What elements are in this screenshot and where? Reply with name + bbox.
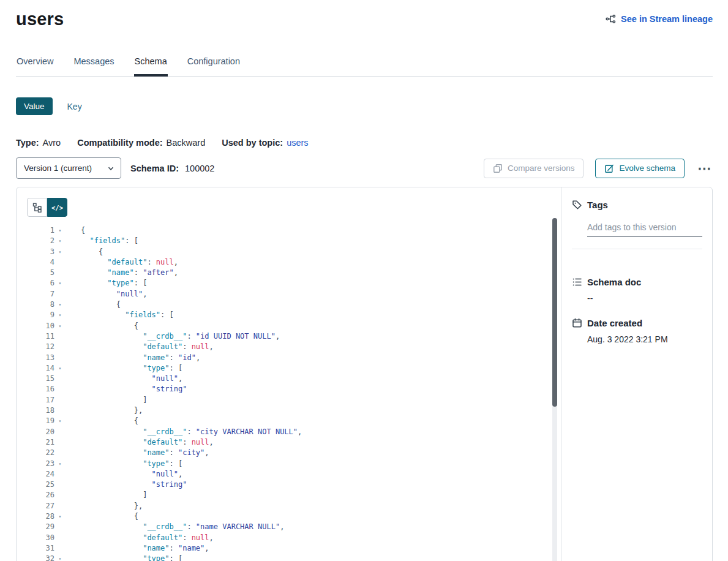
code-line: "type": [	[81, 459, 302, 469]
add-tags-input[interactable]	[587, 222, 702, 237]
gutter-line: 30	[27, 533, 66, 543]
code-line: "default": null,	[81, 437, 302, 448]
gutter-line: 3▾	[27, 247, 66, 257]
line-number: 32	[27, 554, 54, 561]
date-created-value: Aug. 3 2022 3:21 PM	[587, 334, 702, 344]
line-number: 5	[27, 268, 54, 278]
sidebar-divider	[572, 249, 702, 249]
fold-arrow-icon[interactable]: ▾	[54, 363, 66, 374]
line-number: 10	[27, 321, 54, 331]
version-select-value: Version 1 (current)	[24, 164, 92, 173]
date-created-title: Date created	[587, 318, 642, 328]
key-toggle-button[interactable]: Key	[67, 102, 82, 111]
tree-view-button[interactable]	[27, 198, 47, 217]
gutter-line: 28▾	[27, 511, 66, 522]
compare-versions-button[interactable]: Compare versions	[484, 159, 584, 178]
fold-arrow-icon[interactable]: ▾	[54, 299, 66, 310]
tab-schema[interactable]: Schema	[134, 56, 168, 77]
fold-arrow-icon[interactable]: ▾	[54, 459, 66, 469]
tab-overview[interactable]: Overview	[16, 56, 54, 77]
gutter-line: 27	[27, 501, 66, 511]
fold-arrow-icon[interactable]: ▾	[54, 416, 66, 426]
date-created-section: Date created	[572, 318, 702, 328]
fold-arrow-icon[interactable]: ▾	[54, 247, 66, 257]
calendar-icon	[572, 318, 582, 328]
tab-messages[interactable]: Messages	[73, 56, 114, 77]
code-line: ]	[81, 395, 302, 405]
gutter-line: 26	[27, 490, 66, 500]
fold-arrow-icon[interactable]: ▾	[54, 225, 66, 236]
line-number: 27	[27, 501, 54, 511]
schema-controls: Version 1 (current) Schema ID: 100002 Co…	[16, 157, 713, 179]
fold-arrow-icon[interactable]: ▾	[54, 554, 66, 561]
line-number: 4	[27, 257, 54, 268]
code-line: "type": [	[81, 554, 302, 561]
tab-configuration[interactable]: Configuration	[187, 56, 241, 77]
evolve-schema-icon	[604, 164, 614, 173]
line-number: 20	[27, 427, 54, 437]
code-line: "null",	[81, 289, 302, 299]
code-line: {	[81, 511, 302, 522]
fold-arrow-icon[interactable]: ▾	[54, 236, 66, 246]
ellipsis-icon: ⋯	[697, 160, 711, 176]
chevron-down-icon	[107, 164, 115, 173]
tags-title: Tags	[587, 200, 608, 210]
controls-actions: Compare versions Evolve schema ⋯	[484, 159, 713, 178]
line-number: 1	[27, 225, 54, 236]
code-view-button[interactable]: </>	[47, 198, 67, 217]
line-number: 13	[27, 353, 54, 363]
line-number: 19	[27, 416, 54, 426]
more-options-button[interactable]: ⋯	[696, 165, 713, 171]
code-line: "__crdb__": "id UUID NOT NULL",	[81, 331, 302, 342]
code-gutter: 1▾2▾3▾456▾78▾9▾10▾11121314▾1516171819▾20…	[27, 225, 66, 561]
line-number: 9	[27, 310, 54, 320]
compatibility-value: Backward	[167, 138, 206, 148]
fold-arrow-icon[interactable]: ▾	[54, 511, 66, 522]
code-line: "fields": [	[81, 236, 302, 246]
schema-doc-title: Schema doc	[587, 277, 641, 287]
schema-doc-value: --	[587, 293, 702, 303]
code-line: "null",	[81, 469, 302, 480]
compare-versions-label: Compare versions	[508, 164, 575, 173]
code-line: "__crdb__": "name VARCHAR NULL",	[81, 522, 302, 532]
version-select[interactable]: Version 1 (current)	[16, 157, 121, 179]
gutter-line: 16	[27, 384, 66, 394]
stream-lineage-link[interactable]: See in Stream lineage	[606, 14, 713, 24]
value-toggle-button[interactable]: Value	[16, 97, 53, 115]
meta-compatibility: Compatibility mode: Backward	[77, 138, 205, 148]
code-line: "string"	[81, 384, 302, 394]
schema-doc-section: Schema doc	[572, 277, 702, 287]
code-line: "null",	[81, 374, 302, 384]
gutter-line: 17	[27, 395, 66, 405]
code-line: "name": "after",	[81, 268, 302, 278]
fold-arrow-icon[interactable]: ▾	[54, 310, 66, 320]
code-line: "name": "city",	[81, 448, 302, 458]
fold-arrow-icon[interactable]: ▾	[54, 278, 66, 288]
gutter-line: 14▾	[27, 363, 66, 374]
schema-card: </> 1▾2▾3▾456▾78▾9▾10▾11121314▾151617181…	[16, 187, 713, 561]
code-line: "default": null,	[81, 257, 302, 268]
gutter-line: 23▾	[27, 459, 66, 469]
code-lines: { "fields": [ { "default": null, "name":…	[66, 225, 302, 561]
code-line: "default": null,	[81, 533, 302, 543]
value-key-toggle: Value Key	[16, 97, 713, 115]
compatibility-label: Compatibility mode:	[77, 138, 162, 148]
gutter-line: 18	[27, 405, 66, 416]
editor-scrollbar[interactable]	[552, 218, 557, 561]
code-line: },	[81, 501, 302, 511]
scrollbar-thumb[interactable]	[552, 218, 557, 407]
topic-link[interactable]: users	[287, 138, 308, 148]
schema-id-label: Schema ID:	[130, 164, 179, 173]
fold-arrow-icon[interactable]: ▾	[54, 321, 66, 331]
line-number: 24	[27, 469, 54, 480]
code-line: "__crdb__": "city VARCHAR NOT NULL",	[81, 427, 302, 437]
evolve-schema-button[interactable]: Evolve schema	[595, 159, 685, 178]
list-icon	[572, 277, 582, 287]
line-number: 22	[27, 448, 54, 458]
code-line: {	[81, 416, 302, 426]
stream-lineage-label: See in Stream lineage	[621, 14, 713, 24]
schema-id-value: 100002	[185, 164, 214, 173]
line-number: 30	[27, 533, 54, 543]
code-line: {	[81, 225, 302, 236]
gutter-line: 31	[27, 543, 66, 554]
